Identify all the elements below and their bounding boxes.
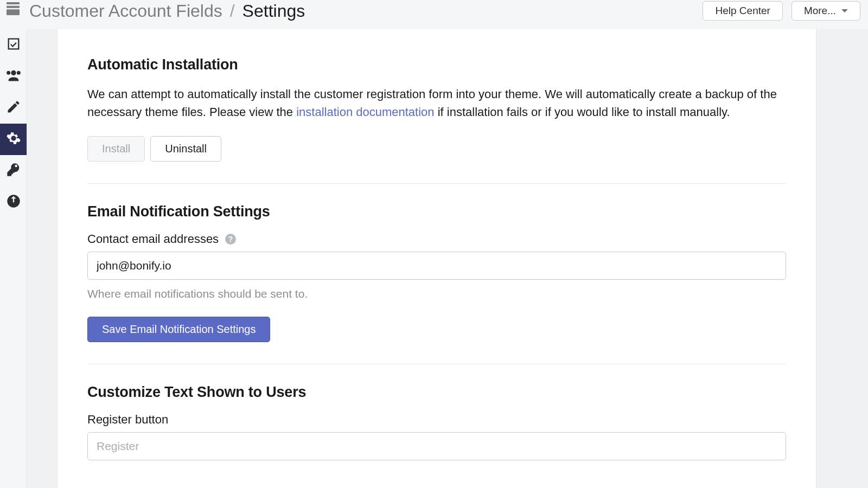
top-bar: Customer Account Fields / Settings Help …: [0, 0, 868, 29]
users-stack-icon: [4, 0, 22, 22]
help-center-label: Help Center: [715, 5, 770, 17]
gear-icon: [6, 131, 21, 148]
chevron-down-icon: [841, 9, 848, 12]
breadcrumb-parent-label: Customer Account Fields: [29, 1, 222, 21]
key-icon: [6, 162, 21, 179]
install-description: We can attempt to automatically install …: [87, 85, 786, 121]
sidebar: [0, 29, 27, 488]
page-scroll[interactable]: Automatic Installation We can attempt to…: [27, 29, 868, 488]
uninstall-button[interactable]: Uninstall: [150, 136, 221, 162]
contact-email-label: Contact email addresses ?: [87, 232, 786, 246]
breadcrumb-parent[interactable]: Customer Account Fields: [4, 0, 222, 22]
help-icon[interactable]: ?: [225, 234, 236, 245]
users-icon: [6, 68, 21, 85]
register-button-label-text: Register button: [87, 413, 168, 427]
breadcrumb-current: Settings: [242, 1, 305, 21]
install-button[interactable]: Install: [87, 136, 145, 162]
sidebar-item-upload[interactable]: [0, 187, 27, 218]
help-center-button[interactable]: Help Center: [703, 1, 782, 21]
install-button-row: Install Uninstall: [87, 136, 786, 162]
installation-documentation-link[interactable]: installation documentation: [296, 105, 434, 119]
contact-email-help: Where email notifications should be sent…: [87, 287, 786, 300]
upload-icon: [6, 194, 21, 211]
edit-icon: [6, 99, 21, 117]
email-notification-section: Email Notification Settings Contact emai…: [87, 203, 786, 364]
check-square-icon: [6, 36, 21, 54]
svg-rect-1: [7, 6, 20, 8]
section-title: Customize Text Shown to Users: [87, 384, 786, 401]
contact-email-label-text: Contact email addresses: [87, 232, 219, 246]
more-button[interactable]: More...: [792, 1, 860, 21]
sidebar-item-users[interactable]: [0, 61, 27, 92]
svg-rect-2: [7, 9, 20, 15]
install-desc-part2: if installation fails or if you would li…: [435, 105, 730, 119]
settings-panel: Automatic Installation We can attempt to…: [57, 29, 816, 488]
register-button-input[interactable]: [87, 432, 786, 460]
automatic-installation-section: Automatic Installation We can attempt to…: [87, 56, 786, 184]
sidebar-item-keys[interactable]: [0, 155, 27, 187]
more-label: More...: [804, 5, 836, 17]
breadcrumb-separator: /: [230, 1, 235, 21]
save-email-settings-button[interactable]: Save Email Notification Settings: [87, 317, 270, 342]
sidebar-item-edit[interactable]: [0, 92, 27, 124]
customize-text-section: Customize Text Shown to Users Register b…: [87, 384, 786, 482]
top-actions: Help Center More...: [703, 1, 860, 21]
section-title: Email Notification Settings: [87, 203, 786, 220]
section-title: Automatic Installation: [87, 56, 786, 73]
sidebar-item-settings[interactable]: [0, 124, 27, 155]
register-button-label: Register button: [87, 413, 786, 427]
sidebar-item-checklist[interactable]: [0, 29, 27, 61]
breadcrumb: Customer Account Fields / Settings: [4, 0, 305, 22]
contact-email-input[interactable]: [87, 252, 786, 280]
svg-rect-0: [7, 2, 20, 4]
